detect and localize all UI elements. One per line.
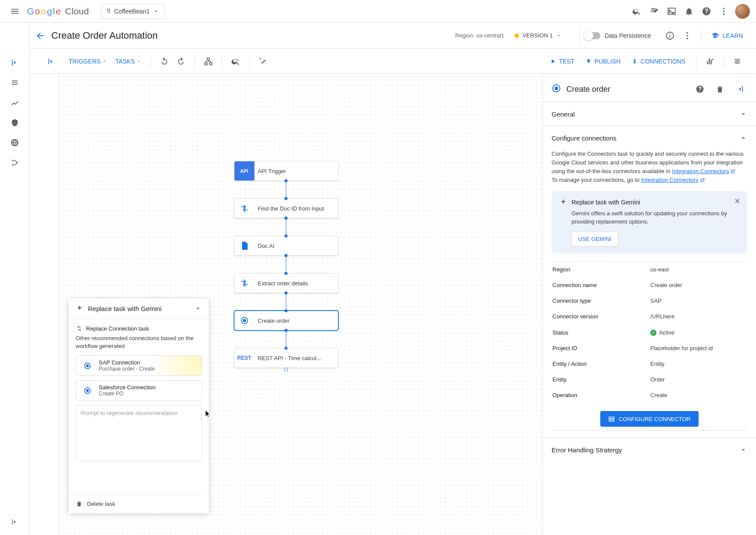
help-icon[interactable] xyxy=(692,82,707,97)
compose-icon[interactable] xyxy=(646,3,663,20)
brand-logo[interactable]: Google Cloud xyxy=(27,6,89,17)
back-arrow-icon[interactable] xyxy=(31,27,49,44)
caret-down-icon xyxy=(556,33,562,38)
kv-value: us-east xyxy=(649,262,747,278)
overflow-icon[interactable] xyxy=(679,27,696,44)
mapping-icon xyxy=(234,199,254,218)
panel-collapse-icon[interactable] xyxy=(47,57,56,66)
gemini-panel-header[interactable]: Replace task with Gemini xyxy=(69,298,209,319)
menu-icon[interactable] xyxy=(6,3,23,20)
publish-button[interactable]: PUBLISH xyxy=(580,58,626,65)
recommendation-sap[interactable]: SAP Connection Purchase order - Create xyxy=(76,355,202,376)
connection-details: Regionus-east Connection nameCreate orde… xyxy=(552,261,747,403)
sidebar-item-connections[interactable] xyxy=(6,154,23,171)
edge[interactable] xyxy=(286,181,286,198)
close-icon[interactable] xyxy=(733,197,741,207)
section-configure[interactable]: Configure connections xyxy=(543,126,756,150)
project-icon: ⠿ xyxy=(107,8,110,14)
edge[interactable] xyxy=(286,293,286,311)
layout-icon[interactable] xyxy=(200,53,217,70)
kv-key: Status xyxy=(552,325,649,341)
sidebar-item-globe[interactable] xyxy=(6,134,23,151)
zoom-icon[interactable] xyxy=(227,53,244,70)
section-general[interactable]: General xyxy=(543,102,756,126)
kv-value: ✓Active xyxy=(649,325,747,341)
workflow-canvas[interactable]: API API Trigger Find the Doc ID from Inp… xyxy=(234,161,338,371)
account-avatar[interactable] xyxy=(735,4,750,19)
node-extract-order[interactable]: Extract order details xyxy=(234,273,338,293)
version-selector[interactable]: VERSION 1 xyxy=(515,32,561,39)
delete-icon[interactable] xyxy=(713,82,727,97)
tasks-menu[interactable]: TASKS xyxy=(111,58,145,65)
redo-icon[interactable] xyxy=(173,53,189,70)
kv-key: Region xyxy=(552,262,649,278)
data-persistence-toggle[interactable] xyxy=(585,32,600,39)
notifications-icon[interactable] xyxy=(680,3,698,20)
data-persistence-label: Data Persistence xyxy=(605,32,651,39)
separator xyxy=(579,28,579,43)
connector-icon xyxy=(81,385,94,397)
edge[interactable] xyxy=(286,256,286,273)
section-configure-label: Configure connections xyxy=(552,134,616,142)
chevron-down-icon xyxy=(739,446,747,454)
connections-button[interactable]: CONNECTIONS xyxy=(626,58,691,65)
test-button[interactable]: TEST xyxy=(544,58,580,65)
connector-icon xyxy=(552,84,561,95)
search-icon[interactable] xyxy=(628,3,646,20)
api-badge-icon: API xyxy=(234,161,254,181)
node-api-trigger[interactable]: API API Trigger xyxy=(234,161,338,181)
edge[interactable] xyxy=(286,331,286,348)
kv-key: Operation xyxy=(552,388,649,403)
sidebar-item-lists[interactable] xyxy=(6,74,23,91)
magic-wand-icon[interactable] xyxy=(255,53,271,70)
node-rest-api[interactable]: REST REST API - Time calcul... xyxy=(234,348,338,368)
collapse-panel-icon[interactable] xyxy=(733,82,747,97)
node-doc-ai[interactable]: Doc AI xyxy=(234,236,338,256)
configure-connector-button[interactable]: CONFIGURE CONNECTOR xyxy=(600,411,698,427)
integration-connectors-link[interactable]: Integration Connectors xyxy=(672,167,736,176)
chart-insights-icon[interactable] xyxy=(702,53,718,70)
kv-key: Entity xyxy=(552,372,649,388)
node-create-order[interactable]: Create order xyxy=(234,311,338,331)
edge[interactable] xyxy=(286,218,286,236)
connections-label: CONNECTIONS xyxy=(641,58,686,65)
node-label: REST API - Time calcul... xyxy=(254,355,338,361)
recommendation-subtitle: Purchase order - Create xyxy=(99,366,155,372)
sidebar-expand-icon[interactable] xyxy=(6,513,23,531)
info-icon[interactable] xyxy=(661,27,679,44)
cloud-shell-icon[interactable] xyxy=(663,3,680,20)
node-label: Create order xyxy=(254,318,338,324)
recommendation-salesforce[interactable]: Salesforce Connection Create PO xyxy=(76,380,202,401)
sparkle-icon xyxy=(76,304,84,312)
sidebar-item-analytics[interactable] xyxy=(6,94,23,111)
use-gemini-button[interactable]: USE GEMINI xyxy=(572,231,618,247)
more-icon[interactable] xyxy=(715,3,733,20)
triggers-menu[interactable]: TRIGGERS xyxy=(64,58,111,65)
version-label: VERSION 1 xyxy=(522,32,552,39)
gemini-subheader: Replace Connection task xyxy=(86,325,149,332)
sidebar-item-security[interactable] xyxy=(6,114,23,131)
svg-rect-12 xyxy=(205,63,207,65)
learn-button[interactable]: LEARN xyxy=(707,32,747,40)
delete-task-button[interactable]: Delete task xyxy=(69,494,209,513)
integration-connectors-link-2[interactable]: Integration Connectors xyxy=(641,176,705,184)
help-icon[interactable] xyxy=(698,3,715,20)
kv-key: Connector type xyxy=(552,293,649,309)
kv-key: Entity / Action xyxy=(552,356,649,372)
section-error-handling[interactable]: Error Handling Stratergy xyxy=(543,438,756,461)
node-find-doc-id[interactable]: Find the Doc ID from Input xyxy=(234,198,338,218)
svg-point-2 xyxy=(723,13,725,15)
prompt-textarea[interactable] xyxy=(76,405,202,461)
page-title: Create Order Automation xyxy=(51,30,158,41)
end-node-icon[interactable] xyxy=(284,368,288,371)
align-icon[interactable] xyxy=(729,53,746,70)
learn-label: LEARN xyxy=(723,32,743,39)
kv-key: Connection name xyxy=(552,278,649,293)
sidebar-item-integrations[interactable] xyxy=(6,54,23,71)
project-selector[interactable]: ⠿ CoffeeBean1 xyxy=(101,4,164,19)
delete-task-label: Delete task xyxy=(87,501,115,507)
undo-icon[interactable] xyxy=(156,53,173,70)
caret-down-icon xyxy=(102,59,107,64)
svg-point-5 xyxy=(686,37,688,39)
kv-value: Create xyxy=(649,388,747,403)
